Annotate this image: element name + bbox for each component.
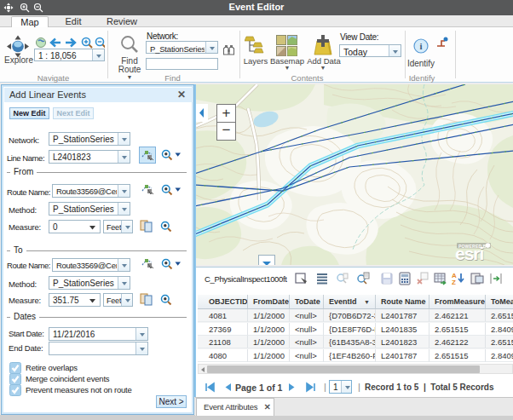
svg-text:esri: esri [455,244,484,263]
svg-text:Z: Z [452,279,456,285]
svg-text:i: i [419,41,422,51]
